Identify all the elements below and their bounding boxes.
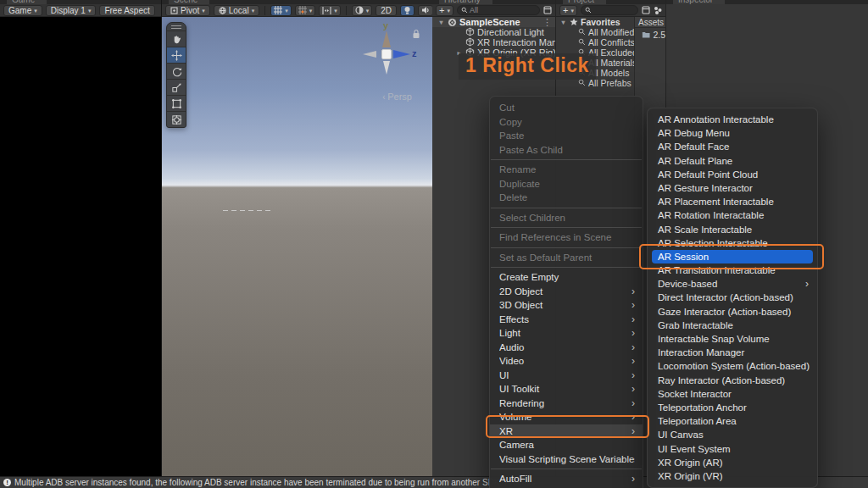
gizmo-y-axis-cone[interactable] bbox=[382, 30, 391, 47]
menu-item-ui[interactable]: UI› bbox=[490, 369, 643, 383]
snap-settings-toggle[interactable]: ▾ bbox=[319, 5, 341, 16]
scale-tool-button[interactable] bbox=[167, 79, 186, 95]
menu-item-3d-object[interactable]: 3D Object› bbox=[490, 298, 643, 313]
menu-item-2d-object[interactable]: 2D Object› bbox=[490, 285, 643, 299]
submenu-item-ar-default-face[interactable]: AR Default Face bbox=[648, 140, 817, 153]
submenu-item-interaction-manager[interactable]: Interaction Manager bbox=[648, 346, 817, 359]
window-picker-icon[interactable] bbox=[543, 6, 552, 14]
gizmo-neg-y-axis-cone[interactable] bbox=[383, 61, 390, 75]
menu-item-set-as-default-parent: Set as Default Parent bbox=[490, 251, 643, 265]
menu-item-visual-scripting-scene-variables[interactable]: Visual Scripting Scene Variables bbox=[490, 452, 643, 467]
menu-item-audio[interactable]: Audio› bbox=[490, 341, 643, 355]
gizmo-x-axis-cone[interactable] bbox=[363, 51, 376, 58]
move-tool-button[interactable] bbox=[167, 47, 186, 63]
project-add-button[interactable]: + ▾ bbox=[559, 5, 577, 16]
menu-item-rendering[interactable]: Rendering› bbox=[490, 396, 643, 411]
globe-icon bbox=[219, 7, 226, 14]
scene-orientation-gizmo[interactable]: y z bbox=[358, 25, 414, 81]
menu-item-effects[interactable]: Effects› bbox=[490, 313, 643, 327]
hierarchy-item-xr-interaction-manag[interactable]: XR Interaction Manag bbox=[432, 37, 555, 47]
submenu-item-teleportation-anchor[interactable]: Teleportation Anchor bbox=[648, 401, 817, 414]
submenu-item-ui-event-system[interactable]: UI Event System bbox=[648, 442, 817, 456]
submenu-item-ar-default-point-cloud[interactable]: AR Default Point Cloud bbox=[648, 168, 817, 181]
asset-folder-item[interactable]: 2.5 bbox=[635, 30, 665, 40]
submenu-item-ar-default-plane[interactable]: AR Default Plane bbox=[648, 154, 817, 168]
submenu-item-device-based[interactable]: Device-based› bbox=[648, 277, 817, 291]
favorites-header[interactable]: ▾ Favorites bbox=[556, 17, 634, 27]
tool-strip-handle[interactable] bbox=[167, 23, 186, 30]
menu-item-camera[interactable]: Camera bbox=[490, 438, 643, 452]
transform-tool-button[interactable] bbox=[167, 111, 186, 127]
window-picker-icon[interactable] bbox=[642, 6, 650, 14]
menu-item-label: UI bbox=[499, 369, 632, 383]
submenu-item-gaze-interactor-action-based[interactable]: Gaze Interactor (Action-based) bbox=[648, 305, 817, 319]
menu-item-rename: Rename bbox=[490, 163, 643, 177]
menu-item-ui-toolkit[interactable]: UI Toolkit› bbox=[490, 382, 643, 396]
projection-mode-label[interactable]: ‹ Persp bbox=[382, 92, 412, 102]
submenu-item-socket-interactor[interactable]: Socket Interactor bbox=[648, 387, 817, 401]
kebab-menu-icon[interactable]: ⋮ bbox=[542, 17, 555, 27]
submenu-item-ar-gesture-interactor[interactable]: AR Gesture Interactor bbox=[648, 181, 817, 195]
submenu-item-ui-canvas[interactable]: UI Canvas bbox=[648, 428, 817, 441]
hierarchy-add-button[interactable]: + ▾ bbox=[436, 5, 453, 16]
rotate-tool-button[interactable] bbox=[167, 63, 186, 79]
hierarchy-item-directional-light[interactable]: Directional Light bbox=[432, 27, 555, 37]
collapse-triangle-icon[interactable]: ▾ bbox=[559, 19, 567, 26]
gizmo-center-cube[interactable] bbox=[381, 49, 392, 59]
submenu-item-direct-interactor-action-based[interactable]: Direct Interactor (Action-based) bbox=[648, 291, 817, 304]
snap-increment-toggle[interactable]: ▾ bbox=[270, 5, 292, 16]
menu-item-label: Set as Default Parent bbox=[499, 251, 635, 265]
submenu-item-xr-origin-vr[interactable]: XR Origin (VR) bbox=[648, 469, 817, 483]
submenu-item-ar-rotation-interactable[interactable]: AR Rotation Interactable bbox=[648, 208, 817, 222]
rect-tool-button[interactable] bbox=[167, 95, 186, 111]
move-icon bbox=[171, 50, 182, 61]
favorite-item-all-modified[interactable]: All Modified bbox=[556, 27, 634, 37]
scene-lighting-toggle[interactable] bbox=[400, 5, 415, 16]
submenu-item-xr-origin-ar[interactable]: XR Origin (AR) bbox=[648, 456, 817, 469]
menu-item-autofill[interactable]: AutoFill› bbox=[490, 472, 643, 486]
menu-item-light[interactable]: Light› bbox=[490, 326, 643, 341]
hierarchy-item-scene-root[interactable]: ▾ SampleScene ⋮ bbox=[432, 17, 555, 27]
submenu-item-locomotion-system-action-based[interactable]: Locomotion System (Action-based) bbox=[648, 359, 817, 373]
chevron-down-icon: ▾ bbox=[366, 8, 370, 14]
hierarchy-search-input[interactable]: All bbox=[457, 5, 540, 15]
asset-visibility-icon[interactable] bbox=[654, 6, 662, 14]
submenu-item-ray-interactor-action-based[interactable]: Ray Interactor (Action-based) bbox=[648, 374, 817, 387]
scene-effects-toggle[interactable]: ▾ bbox=[352, 5, 373, 16]
grid-visibility-toggle[interactable]: ▾ bbox=[295, 5, 316, 16]
mode-2d-toggle[interactable]: 2D bbox=[376, 5, 397, 16]
game-view-dropdown[interactable]: Game ▾ bbox=[3, 5, 42, 16]
tab-scene[interactable]: Scene bbox=[169, 0, 209, 4]
tab-inspector[interactable]: Inspector bbox=[673, 0, 725, 4]
assets-column-header[interactable]: Assets bbox=[635, 17, 665, 28]
tab-hierarchy[interactable]: Hierarchy bbox=[439, 0, 492, 4]
rotate-icon bbox=[171, 66, 182, 77]
transform-icon bbox=[171, 114, 182, 125]
submenu-item-interactable-snap-volume[interactable]: Interactable Snap Volume bbox=[648, 332, 817, 346]
lock-icon[interactable] bbox=[412, 29, 420, 39]
collapse-triangle-icon[interactable]: ▾ bbox=[437, 19, 445, 26]
submenu-item-teleportation-area[interactable]: Teleportation Area bbox=[648, 414, 817, 428]
submenu-item-ar-debug-menu[interactable]: AR Debug Menu bbox=[648, 126, 817, 140]
submenu-item-ar-placement-interactable[interactable]: AR Placement Interactable bbox=[648, 195, 817, 208]
aspect-dropdown[interactable]: Free Aspect bbox=[99, 5, 154, 16]
hierarchy-toolbar: + ▾ All bbox=[432, 4, 555, 17]
submenu-item-ar-scale-interactable[interactable]: AR Scale Interactable bbox=[648, 223, 817, 236]
scene-view-content[interactable]: y z ‹ Persp bbox=[162, 17, 432, 476]
pivot-toggle[interactable]: Pivot ▾ bbox=[165, 5, 210, 16]
display-dropdown[interactable]: Display 1 ▾ bbox=[46, 5, 97, 16]
menu-item-create-empty[interactable]: Create Empty bbox=[490, 270, 643, 285]
hand-tool-button[interactable] bbox=[167, 30, 186, 47]
scene-tool-strip bbox=[166, 22, 186, 128]
tab-game[interactable]: Game bbox=[7, 0, 47, 4]
project-search-input[interactable] bbox=[581, 5, 638, 15]
scene-audio-toggle[interactable] bbox=[418, 5, 432, 16]
submenu-item-grab-interactable[interactable]: Grab Interactable bbox=[648, 319, 817, 332]
submenu-item-ar-annotation-interactable[interactable]: AR Annotation Interactable bbox=[648, 113, 817, 126]
local-toggle[interactable]: Local ▾ bbox=[214, 5, 259, 16]
menu-item-video[interactable]: Video› bbox=[490, 354, 643, 369]
menu-item-copy: Copy bbox=[490, 115, 643, 130]
tab-project[interactable]: Project bbox=[563, 0, 606, 4]
gizmo-z-axis-cone[interactable] bbox=[393, 50, 410, 58]
favorite-item-all-conflicts[interactable]: All Conflicts bbox=[556, 37, 634, 47]
